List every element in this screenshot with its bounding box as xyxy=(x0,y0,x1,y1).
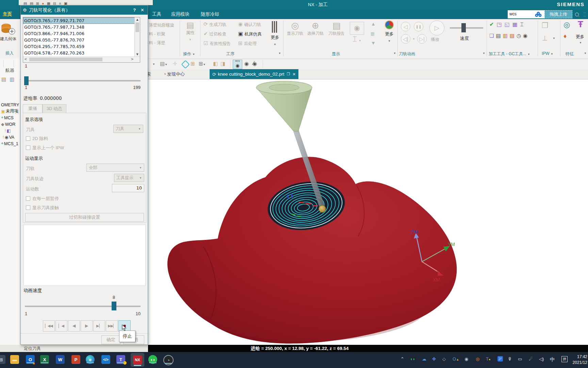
anim-to-end-button[interactable]: ▷| xyxy=(417,34,427,44)
mcs-display-button[interactable]: MCS◉ xyxy=(233,60,242,69)
checkbox-pause-each-level[interactable]: 在每一层暂停 xyxy=(26,196,59,202)
taskbar-powerpoint-icon[interactable]: P xyxy=(71,355,80,364)
tool-trace-dropdown[interactable]: 工具提示▼ xyxy=(114,174,144,182)
anim-pause-button[interactable]: ❚❚ xyxy=(414,22,423,31)
checkbox-pause-box[interactable] xyxy=(26,196,30,201)
camera-icon[interactable]: ◉ xyxy=(523,33,529,39)
tool-display-button[interactable]: ⌶ ▼ xyxy=(353,35,361,43)
taskbar-obs-icon[interactable]: ◔ xyxy=(163,355,174,365)
anim-speed-slider-track[interactable] xyxy=(25,306,141,307)
tab-3d-dynamic[interactable]: 3D 动态 xyxy=(43,104,66,113)
dialog-titlebar[interactable]: ⚙ 刀轨可视化（原有） ? ✕ xyxy=(21,5,148,15)
sheets-icon[interactable]: ❏ xyxy=(489,33,496,39)
taskbar-start-button[interactable]: ⊞ xyxy=(0,355,5,364)
scroll-down-arrow[interactable]: ▼ xyxy=(135,52,140,57)
move-button[interactable]: ✛ xyxy=(173,61,177,67)
goto-row[interactable]: GOTO/3.765,-77.987,71.348 xyxy=(23,24,140,30)
cube-shaded-button[interactable]: ◧ xyxy=(213,61,218,67)
ipw-second-button[interactable]: ⊥ xyxy=(542,34,548,42)
tray-bluebird-icon[interactable]: 🕊︎ xyxy=(497,356,503,362)
goto-row[interactable]: GOTO/4.295,-77.785,70.459 xyxy=(23,43,140,50)
group-label-gongxu[interactable]: 工序 xyxy=(226,51,234,57)
hide-eye-button[interactable]: ◉∕ xyxy=(252,61,257,67)
scroll-up-arrow[interactable]: ▲ xyxy=(135,17,140,22)
anim-step-back-button[interactable]: ◁ xyxy=(401,22,410,31)
tray-teams-icon[interactable]: T● xyxy=(486,357,490,361)
feature-more-button[interactable]: 更多▼ xyxy=(576,34,584,45)
cloud-app-icon[interactable] xyxy=(532,10,544,18)
tray-microphone-icon[interactable]: 🎙︎ xyxy=(508,357,512,361)
taskbar-explorer-icon[interactable]: ▬ xyxy=(10,355,19,364)
dialog-help-button[interactable]: ? xyxy=(133,7,136,13)
tray-clover-icon[interactable]: ✤ xyxy=(432,357,436,361)
ok-button[interactable]: 确定 xyxy=(101,335,120,344)
clamp-icon[interactable]: ◳ xyxy=(496,21,504,27)
gallery-item-partial-3[interactable]: 料 - 薄壁 xyxy=(149,40,165,46)
feature-tool-icon[interactable]: Ŧ xyxy=(578,19,583,30)
group-label-xianshi[interactable]: 显示 xyxy=(332,51,340,57)
layer-down-button[interactable]: ▼ xyxy=(371,40,376,46)
snapshot-button[interactable]: ▤▼ xyxy=(160,61,167,67)
goto-row[interactable]: GOTO/4.050,-77.876,70.707 xyxy=(23,37,140,43)
anim-speed-slider-handle[interactable] xyxy=(461,23,466,32)
clock-icon[interactable]: ◷ xyxy=(517,33,523,39)
gctools-icons-row1[interactable]: ✔◳◱▦⌶ xyxy=(489,21,537,28)
gongxu-more-button[interactable]: 更多▼ xyxy=(268,21,282,47)
tray-wifi-icon[interactable]: ☄ xyxy=(529,357,533,361)
taskbar-vscode-icon[interactable]: </> xyxy=(101,355,110,364)
panel-icon[interactable]: ▥ xyxy=(503,33,510,39)
goto-row[interactable]: GOTO/3.866,-77.946,71.006 xyxy=(23,30,140,37)
tray-volume-icon[interactable]: ◁) xyxy=(539,357,544,361)
play-to-end-button[interactable]: ▶▶▏ xyxy=(106,320,118,332)
home-tab[interactable]: 主页 xyxy=(3,11,18,17)
goto-hscrollbar[interactable]: < > xyxy=(23,57,140,62)
qat-dot-icon[interactable]: ● xyxy=(42,1,47,5)
box-plus-button[interactable]: ⊞ xyxy=(191,61,195,67)
gouge-check-button[interactable]: ✔ 过切检查 xyxy=(203,31,241,40)
taskbar-edge-icon[interactable]: e xyxy=(86,355,95,364)
xianshi-more-button[interactable]: 更多▼ xyxy=(382,20,397,43)
anim-play-button[interactable]: ▷ xyxy=(429,20,444,35)
checkbox-show-prev-ipw[interactable]: 显示上一个 IPW xyxy=(26,145,64,151)
command-search-input[interactable]: wcs xyxy=(508,10,532,18)
anim-to-start-button[interactable]: ◁| xyxy=(401,34,410,44)
layer-up-button[interactable]: ▲ xyxy=(371,21,376,27)
create-geometry-icon[interactable] xyxy=(1,22,16,35)
ime-pinyin-icon[interactable]: 拼 xyxy=(561,356,568,362)
show-toolpath-button[interactable]: ◎显示刀轨 xyxy=(285,21,305,36)
detach-icon[interactable]: ❐ xyxy=(287,72,290,76)
ime-indicator[interactable]: 中 xyxy=(550,357,555,362)
toolpath-report-button[interactable]: ▤刀轨报告 xyxy=(326,21,347,36)
tray-screen-icon[interactable]: ▭ xyxy=(518,357,522,361)
tray-onedrive-icon[interactable]: ☁ xyxy=(422,357,426,361)
tab-replay[interactable]: 重播 xyxy=(23,104,43,113)
step-back-button[interactable]: ▏◀ xyxy=(55,320,67,332)
play-to-start-button[interactable]: ▏◀◀ xyxy=(43,320,55,332)
taskbar-teams-icon[interactable]: T xyxy=(116,355,125,364)
group-label-anim[interactable]: 刀轨动画 xyxy=(399,51,415,57)
tray-3dbox-icon[interactable]: ◇ xyxy=(442,357,446,361)
group-label-tezheng[interactable]: 特征 xyxy=(566,51,574,57)
tray-expand-icon[interactable]: ⌃ xyxy=(401,357,404,361)
tool-dropdown[interactable]: 刀具▼ xyxy=(113,125,143,133)
active-document-tab[interactable]: ⟳ knee cutting_block_demo_02.prt ❐ ✕ xyxy=(210,69,298,79)
checkbox-contact-box[interactable] xyxy=(26,205,30,210)
properties-button[interactable]: ▤ 属性▼ xyxy=(182,21,198,50)
vscroll-thumb[interactable] xyxy=(135,22,139,32)
create-geometry-label[interactable]: 建几何体 xyxy=(0,36,20,42)
check-icon[interactable]: ✔ xyxy=(489,21,496,27)
tray-outlook-warning-icon[interactable]: O▲ xyxy=(453,357,459,361)
goto-row[interactable]: GOTO/4.578,-77.682,70.263 xyxy=(23,50,140,56)
discovery-center-tab[interactable]: ◔发现中心 xyxy=(163,71,185,77)
box-crosshair-button[interactable]: ⊞▼ xyxy=(199,61,206,67)
search-icon[interactable] xyxy=(575,12,579,18)
group-label-caozuo[interactable]: 操作 ▼ xyxy=(183,51,195,57)
taskbar-outlook-icon[interactable]: O▲ xyxy=(26,355,35,364)
goto-vscrollbar[interactable]: ▲ ▼ xyxy=(134,17,140,57)
group-label-gctools[interactable]: 加工工具 - GC工具... ▼ xyxy=(489,51,530,57)
hscroll-thumb[interactable] xyxy=(29,58,102,61)
checkbox-2d-removal[interactable]: 2D 除料 xyxy=(26,136,48,142)
gouge-collision-settings-button[interactable]: 过切和碰撞设置 xyxy=(25,213,144,222)
play-backward-button[interactable]: ◀ xyxy=(68,320,80,332)
menu-item-tools[interactable]: 工具 xyxy=(152,11,161,17)
